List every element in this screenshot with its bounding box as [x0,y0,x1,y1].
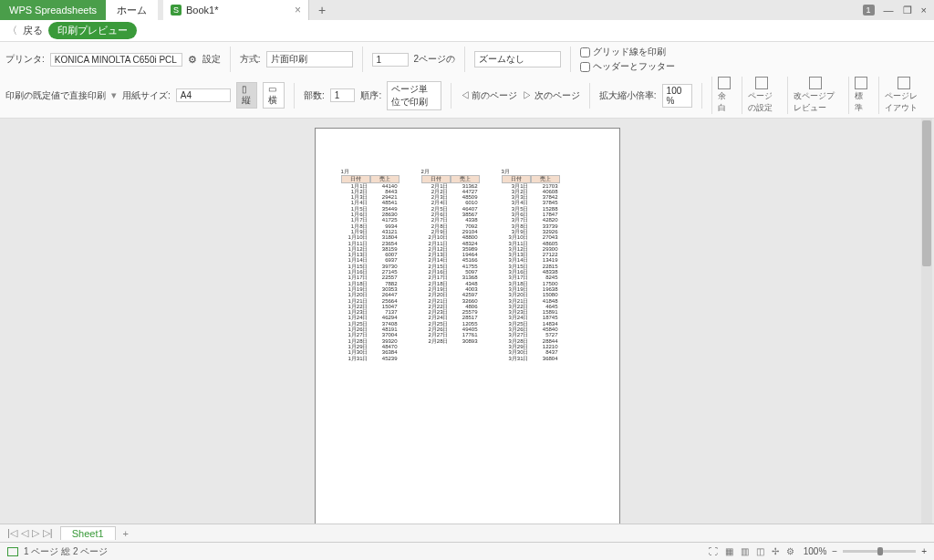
page-setup-button[interactable]: ページの設定 [742,77,783,114]
orientation-landscape-button[interactable]: ▭ 横 [263,82,285,109]
column-header: 売上 [531,175,560,182]
normal-view-button[interactable]: 標準 [848,77,873,114]
back-chevron-icon[interactable]: 〈 [7,24,17,37]
sheet-nav-next-icon[interactable]: ▷ [32,527,39,539]
view-grid-icon[interactable]: ▦ [725,546,733,556]
column-header: 売上 [451,175,480,182]
month-header: 2月 [421,169,480,174]
page-layout-icon [898,77,910,89]
page-setup-icon [755,77,768,89]
copies-label: 部数: [304,89,325,102]
back-bar: 〈 戻る 印刷プレビュー [0,20,934,42]
month-header: 3月 [502,169,560,174]
sheet-tab-sheet1[interactable]: Sheet1 [60,526,116,540]
column-header: 日付 [421,175,451,182]
page-break-preview-button[interactable]: 改ページプレビュー [787,77,843,114]
status-bar: 1 ページ 総 2 ページ ⛶ ▦ ▥ ◫ ✢ ⚙ 100% − + [0,542,934,560]
column-header: 売上 [370,175,400,182]
printer-label: プリンタ: [5,53,45,66]
home-tab[interactable]: ホーム [106,0,158,20]
settings-icon[interactable]: ⚙ [188,54,197,66]
sheet-nav-first-icon[interactable]: |◁ [7,527,17,539]
order-select[interactable]: ページ単位で印刷 [387,81,441,110]
settings-button[interactable]: 設定 [202,53,221,66]
notification-badge[interactable]: 1 [863,5,875,16]
document-tab[interactable]: S Book1* × [163,0,309,20]
preview-canvas[interactable]: 1月日付売上1月1日441401月2日84431月3日294211月4日4854… [0,119,934,524]
direct-print-button[interactable]: 印刷の既定値で直接印刷 [5,89,106,102]
sheet-nav-prev-icon[interactable]: ◁ [21,527,28,539]
normal-view-icon [855,77,867,89]
minimize-button[interactable]: — [884,5,894,16]
scrollbar-thumb[interactable] [922,120,931,266]
zoom-mode-select[interactable]: ズームなし [474,51,561,67]
app-name-tab: WPS Spreadsheets [0,0,106,20]
new-tab-button[interactable]: + [309,3,335,17]
margin-icon [718,77,731,89]
page-preview: 1月日付売上1月1日441401月2日84431月3日294211月4日4854… [315,128,620,524]
view-focus-icon[interactable]: ✢ [772,546,779,556]
order-label: 順序: [360,89,381,102]
view-fullscreen-icon[interactable]: ⛶ [709,546,718,556]
spreadsheet-icon: S [171,5,182,16]
print-toolbar: プリンタ: KONICA MINOLTA C650i PCL ⚙ 設定 方式: … [0,42,934,119]
document-name: Book1* [186,5,218,16]
method-label: 方式: [240,53,261,66]
view-reading-icon[interactable]: ▥ [741,546,749,556]
table-row: 2月28日30893 [421,338,480,344]
zoom-slider[interactable] [843,550,916,553]
zoom-slider-thumb[interactable] [877,547,883,555]
orientation-portrait-button[interactable]: ▯ 縦 [236,82,257,109]
zoom-in-button[interactable]: + [921,546,927,556]
printer-select[interactable]: KONICA MINOLTA C650i PCL [50,53,182,67]
month-header: 1月 [341,169,400,174]
page-layout-button[interactable]: ページレイアウト [878,77,929,114]
maximize-button[interactable]: ❐ [903,5,912,16]
page-number-input[interactable]: 1 [372,53,409,67]
close-window-button[interactable]: × [921,5,927,16]
paper-size-label: 用紙サイズ: [122,89,171,102]
sheet-tab-bar: |◁ ◁ ▷ ▷| Sheet1 + [0,524,934,542]
mode-pill: 印刷プレビュー [48,22,137,39]
title-bar: WPS Spreadsheets ホーム S Book1* × + 1 — ❐ … [0,0,934,20]
page-break-icon [809,77,822,89]
zoom-ratio-input[interactable]: 100 % [662,84,692,108]
column-header: 日付 [341,175,370,182]
print-grid-checkbox[interactable]: グリッド線を印刷 [580,46,675,58]
paper-size-select[interactable]: A4 [176,88,231,102]
column-header: 日付 [502,175,531,182]
zoom-ratio-label: 拡大縮小倍率: [599,89,657,102]
header-footer-checkbox[interactable]: ヘッダーとフッター [580,60,675,73]
month-table: 2月日付売上2月1日313622月2日447272月3日485092月4日601… [421,169,480,361]
table-row: 1月31日45239 [341,356,400,361]
status-mode-icon [7,547,18,556]
close-tab-icon[interactable]: × [295,4,301,16]
method-select[interactable]: 片面印刷 [266,51,353,67]
add-sheet-button[interactable]: + [116,528,136,539]
view-settings-icon[interactable]: ⚙ [786,546,794,556]
prev-page-button: ◁ 前のページ [461,89,518,102]
month-table: 3月日付売上3月1日217033月2日406083月3日378423月4日378… [502,169,560,361]
margin-button[interactable]: 余白 [711,77,736,114]
zoom-value[interactable]: 100% [804,546,827,556]
view-split-icon[interactable]: ◫ [756,546,764,556]
page-of-label: 2ページの [414,53,456,66]
status-text: 1 ページ 総 2 ページ [24,545,108,558]
table-row: 3月31日36804 [502,356,560,361]
sheet-nav-last-icon[interactable]: ▷| [43,527,53,539]
next-page-button[interactable]: ▷ 次のページ [523,89,580,102]
vertical-scrollbar[interactable] [921,119,932,524]
month-table: 1月日付売上1月1日441401月2日84431月3日294211月4日4854… [341,169,400,361]
zoom-out-button[interactable]: − [832,546,837,556]
copies-input[interactable]: 1 [330,88,356,102]
back-button[interactable]: 戻る [23,24,43,37]
